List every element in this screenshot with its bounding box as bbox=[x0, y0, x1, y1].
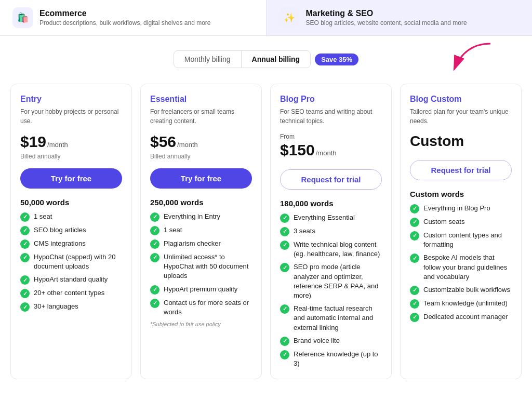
cta-button-blog-custom[interactable]: Request for trial bbox=[410, 160, 512, 180]
feature-list-essential: Everything in Entry 1 seat Plagiarism ch… bbox=[150, 212, 252, 317]
plan-desc-blog-custom: Tailored plan for your team's unique nee… bbox=[410, 107, 512, 126]
words-essential: 250,000 words bbox=[150, 198, 252, 207]
price-custom-blog-custom: Custom bbox=[410, 133, 512, 150]
plan-desc-essential: For freelancers or small teams creating … bbox=[150, 107, 252, 126]
check-icon bbox=[150, 212, 159, 222]
check-icon bbox=[20, 239, 30, 249]
feature-item: Plagiarism checker bbox=[150, 239, 252, 249]
plan-price-essential: $56 /month bbox=[150, 133, 252, 151]
check-icon bbox=[410, 286, 419, 295]
feature-item: Contact us for more seats or words bbox=[150, 298, 252, 317]
feature-item: Team knowledge (unlimited) bbox=[410, 299, 512, 309]
feature-item: 1 seat bbox=[150, 225, 252, 235]
feature-item: Custom content types and formatting bbox=[410, 231, 512, 249]
words-blog-custom: Custom words bbox=[410, 190, 512, 198]
plan-card-essential: Essential For freelancers or small teams… bbox=[140, 84, 262, 379]
billing-section: Monthly billing Annual billing Save 35% bbox=[0, 36, 532, 78]
check-icon bbox=[150, 285, 159, 295]
plan-name-blog-custom: Blog Custom bbox=[410, 95, 512, 104]
check-icon bbox=[280, 304, 289, 314]
feature-item: Real-time factual research and automatic… bbox=[280, 304, 382, 332]
monthly-billing-option[interactable]: Monthly billing bbox=[174, 51, 242, 68]
price-amount-blog-pro: $150 bbox=[280, 141, 315, 159]
check-icon bbox=[280, 227, 289, 236]
check-icon bbox=[150, 253, 159, 262]
save-badge: Save 35% bbox=[315, 54, 358, 65]
pricing-grid: Entry For your hobby projects or persona… bbox=[0, 78, 532, 390]
price-amount-entry: $19 bbox=[20, 133, 46, 151]
topbar-item-ecommerce[interactable]: 🛍️ Ecommerce Product descriptions, bulk … bbox=[0, 0, 267, 35]
plan-price-blog-pro: $150 /month bbox=[280, 141, 382, 159]
feature-item: Everything in Entry bbox=[150, 212, 252, 222]
plan-card-entry: Entry For your hobby projects or persona… bbox=[10, 84, 132, 379]
price-per-blog-pro: /month bbox=[316, 149, 337, 157]
plan-desc-blog-pro: For SEO teams and writing about technica… bbox=[280, 107, 382, 126]
feature-item: Bespoke AI models that follow your brand… bbox=[410, 253, 512, 282]
check-icon bbox=[20, 289, 30, 298]
marketing-icon: ✨ bbox=[279, 7, 300, 28]
check-icon bbox=[410, 218, 419, 227]
check-icon bbox=[20, 302, 30, 312]
topbar-ecommerce-title: Ecommerce bbox=[39, 9, 210, 18]
feature-list-blog-custom: Everything in Blog Pro Custom seats Cust… bbox=[410, 204, 512, 322]
plan-from-blog-pro: From bbox=[280, 133, 382, 140]
price-per-entry: /month bbox=[47, 141, 68, 149]
feature-item: 3 seats bbox=[280, 226, 382, 236]
topbar-item-marketing[interactable]: ✨ Marketing & SEO SEO blog articles, web… bbox=[267, 0, 533, 35]
check-icon bbox=[20, 253, 30, 262]
price-per-essential: /month bbox=[177, 141, 198, 149]
plan-name-essential: Essential bbox=[150, 95, 252, 104]
feature-item: HypoChat (capped) with 20 document uploa… bbox=[20, 252, 122, 271]
check-icon bbox=[150, 226, 159, 235]
check-icon bbox=[410, 204, 419, 214]
feature-item: Everything Essential bbox=[280, 213, 382, 223]
feature-item: SEO blog articles bbox=[20, 225, 122, 235]
feature-item: Custom seats bbox=[410, 217, 512, 227]
cta-button-blog-pro[interactable]: Request for trial bbox=[280, 169, 382, 190]
plan-desc-entry: For your hobby projects or personal use. bbox=[20, 107, 122, 126]
check-icon bbox=[20, 226, 30, 235]
topbar-marketing-title: Marketing & SEO bbox=[306, 9, 467, 18]
feature-item: 1 seat bbox=[20, 212, 122, 222]
billing-note-essential: Billed annually bbox=[150, 153, 252, 160]
feature-item: HypoArt standard quality bbox=[20, 275, 122, 285]
feature-item: Reference knowledge (up to 3) bbox=[280, 350, 382, 368]
plan-name-blog-pro: Blog Pro bbox=[280, 95, 382, 104]
plan-name-entry: Entry bbox=[20, 95, 122, 104]
check-icon bbox=[280, 214, 289, 223]
check-icon bbox=[20, 275, 30, 285]
topbar-item-marketing-text: Marketing & SEO SEO blog articles, websi… bbox=[306, 9, 467, 26]
check-icon bbox=[410, 231, 419, 241]
cta-button-essential[interactable]: Try for free bbox=[150, 168, 252, 189]
feature-list-blog-pro: Everything Essential 3 seats Write techn… bbox=[280, 213, 382, 368]
price-amount-essential: $56 bbox=[150, 133, 176, 151]
feature-item: Brand voice lite bbox=[280, 336, 382, 346]
feature-item: Unlimited access* to HypoChat with 50 do… bbox=[150, 252, 252, 281]
check-icon bbox=[280, 241, 289, 250]
feature-item: Everything in Blog Pro bbox=[410, 204, 512, 214]
feature-item: CMS integrations bbox=[20, 239, 122, 249]
cta-button-entry[interactable]: Try for free bbox=[20, 168, 122, 189]
annual-billing-option[interactable]: Annual billing bbox=[242, 51, 311, 68]
plan-price-entry: $19 /month bbox=[20, 133, 122, 151]
fair-use-note-essential: *Subjected to fair use policy bbox=[150, 321, 252, 327]
feature-item: 20+ other content types bbox=[20, 288, 122, 298]
topbar-marketing-desc: SEO blog articles, website content, soci… bbox=[306, 19, 467, 26]
top-bar: 🛍️ Ecommerce Product descriptions, bulk … bbox=[0, 0, 532, 36]
plan-card-blog-custom: Blog Custom Tailored plan for your team'… bbox=[400, 84, 522, 379]
check-icon bbox=[280, 350, 289, 359]
check-icon bbox=[410, 299, 419, 309]
words-blog-pro: 180,000 words bbox=[280, 199, 382, 208]
topbar-item-ecommerce-text: Ecommerce Product descriptions, bulk wor… bbox=[39, 9, 210, 26]
check-icon bbox=[410, 254, 419, 263]
plan-card-blog-pro: Blog Pro For SEO teams and writing about… bbox=[270, 84, 392, 379]
billing-toggle[interactable]: Monthly billing Annual billing bbox=[174, 50, 311, 68]
feature-item: Write technical blog content (eg. health… bbox=[280, 240, 382, 259]
feature-list-entry: 1 seat SEO blog articles CMS integration… bbox=[20, 212, 122, 312]
feature-item: Dedicated account manager bbox=[410, 312, 512, 322]
words-entry: 50,000 words bbox=[20, 198, 122, 207]
feature-item: SEO pro mode (article analyzer and optim… bbox=[280, 262, 382, 300]
check-icon bbox=[20, 212, 30, 222]
topbar-ecommerce-desc: Product descriptions, bulk workflows, di… bbox=[39, 19, 210, 26]
feature-item: Customizable bulk workflows bbox=[410, 285, 512, 295]
